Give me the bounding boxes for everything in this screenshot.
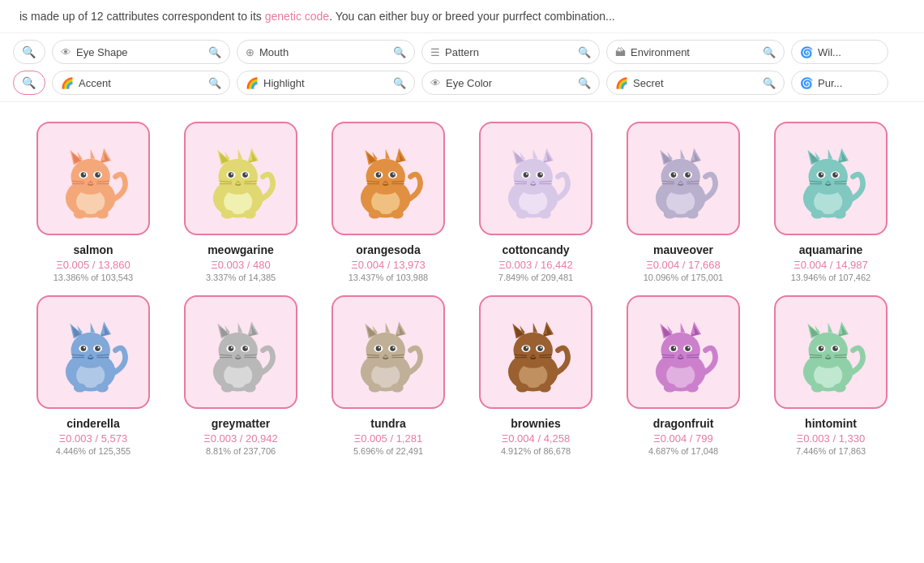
cat-image-box-hintomint xyxy=(774,295,888,409)
cat-stats-cottoncandy: 7.849% of 209,481 xyxy=(498,273,573,282)
cat-stats-greymatter: 8.81% of 237,706 xyxy=(206,446,276,456)
svg-point-232 xyxy=(836,346,837,348)
cat-image-box-cinderella xyxy=(36,295,150,409)
cat-card-aquamarine[interactable]: aquamarineΞ0.004 / 14,98713.946% of 107,… xyxy=(764,122,898,282)
svg-point-12 xyxy=(98,173,100,174)
cat-card-dragonfruit[interactable]: dragonfruitΞ0.004 / 7994.687% of 17,048 xyxy=(616,295,751,456)
cat-card-brownies[interactable]: browniesΞ0.004 / 4,2584.912% of 86,678 xyxy=(468,295,603,456)
cat-card-cinderella[interactable]: cinderellaΞ0.003 / 5,5734.446% of 125,35… xyxy=(26,295,160,456)
filter-mouth-label: Mouth xyxy=(259,46,388,58)
highlight-search-btn[interactable]: 🔍 xyxy=(393,77,406,89)
cat-card-orangesoda[interactable]: orangesodaΞ0.004 / 13,97313.437% of 103,… xyxy=(321,122,456,282)
svg-point-82 xyxy=(661,159,700,195)
cat-name-mauveover: mauveover xyxy=(653,243,713,256)
genetic-link[interactable]: genetic code xyxy=(265,10,329,23)
cat-card-mauveover[interactable]: mauveoverΞ0.004 / 17,66810.096% of 175,0… xyxy=(616,122,751,282)
cat-card-cottoncandy[interactable]: cottoncandyΞ0.003 / 16,4427.849% of 209,… xyxy=(468,122,603,282)
cat-stats-brownies: 4.912% of 86,678 xyxy=(501,446,571,456)
svg-point-189 xyxy=(524,346,529,351)
cat-image-box-mauveover xyxy=(627,122,740,235)
filter-accent[interactable]: 🌈 Accent 🔍 xyxy=(52,71,230,95)
filter-pattern[interactable]: ☰ Pattern 🔍 xyxy=(421,40,600,64)
filter-purr-label: Pur... xyxy=(818,77,879,89)
eye-color-search-btn[interactable]: 🔍 xyxy=(578,77,591,89)
filter-eye-shape-label: Eye Shape xyxy=(76,46,203,58)
eye-shape-search-btn[interactable]: 🔍 xyxy=(208,46,221,58)
svg-point-131 xyxy=(83,346,85,348)
cat-name-hintomint: hintomint xyxy=(805,417,857,430)
wild-icon: 🌀 xyxy=(800,46,813,58)
svg-point-112 xyxy=(836,173,837,174)
standalone-search-2[interactable]: 🔍 xyxy=(13,71,45,95)
cat-name-tundra: tundra xyxy=(370,417,406,430)
svg-point-69 xyxy=(524,172,529,178)
cat-price-salmon: Ξ0.005 / 13,860 xyxy=(56,259,130,271)
svg-point-210 xyxy=(685,346,691,351)
svg-point-142 xyxy=(219,333,258,368)
cat-stats-aquamarine: 13.946% of 107,462 xyxy=(791,273,871,282)
svg-point-198 xyxy=(516,384,528,393)
svg-point-31 xyxy=(231,173,233,174)
svg-point-149 xyxy=(229,346,234,351)
filter-environment[interactable]: 🏔 Environment 🔍 xyxy=(606,40,785,64)
eye-color-icon: 👁 xyxy=(430,77,441,89)
cat-stats-dragonfruit: 4.687% of 17,048 xyxy=(648,446,718,456)
cat-price-aquamarine: Ξ0.004 / 14,987 xyxy=(794,259,868,271)
svg-point-119 xyxy=(833,210,845,219)
secret-search-btn[interactable]: 🔍 xyxy=(763,77,776,89)
pattern-search-btn[interactable]: 🔍 xyxy=(578,46,591,58)
filter-eye-shape[interactable]: 👁 Eye Shape 🔍 xyxy=(52,40,230,64)
svg-point-42 xyxy=(366,159,405,195)
standalone-search-1[interactable]: 🔍 xyxy=(13,40,45,64)
filter-eye-color[interactable]: 👁 Eye Color 🔍 xyxy=(421,71,600,95)
cat-stats-tundra: 5.696% of 22,491 xyxy=(353,446,423,456)
filter-purr[interactable]: 🌀 Pur... xyxy=(791,71,888,95)
cat-card-greymatter[interactable]: greymatterΞ0.003 / 20,9428.81% of 237,70… xyxy=(173,295,308,456)
cat-stats-orangesoda: 13.437% of 103,988 xyxy=(349,273,428,282)
cat-card-tundra[interactable]: tundraΞ0.005 / 1,2815.696% of 22,491 xyxy=(321,295,456,456)
svg-point-192 xyxy=(541,346,542,348)
environment-search-btn[interactable]: 🔍 xyxy=(763,46,776,58)
filter-accent-label: Accent xyxy=(79,77,203,89)
mouth-search-btn[interactable]: 🔍 xyxy=(393,46,406,58)
svg-point-191 xyxy=(526,346,528,348)
svg-point-169 xyxy=(376,346,382,351)
svg-point-38 xyxy=(221,210,233,219)
filter-wild[interactable]: 🌀 Wil... xyxy=(791,40,888,64)
filter-mouth[interactable]: ⊕ Mouth 🔍 xyxy=(237,40,415,64)
svg-point-222 xyxy=(809,333,848,368)
svg-point-172 xyxy=(393,346,395,348)
cat-card-hintomint[interactable]: hintomintΞ0.003 / 1,3307.446% of 17,863 xyxy=(764,295,898,456)
filter-highlight[interactable]: 🌈 Highlight 🔍 xyxy=(237,71,415,95)
cat-stats-hintomint: 7.446% of 17,863 xyxy=(796,446,866,456)
svg-point-199 xyxy=(538,384,550,393)
secret-icon: 🌈 xyxy=(615,77,628,89)
cat-price-brownies: Ξ0.004 / 4,258 xyxy=(502,432,570,445)
svg-point-138 xyxy=(74,384,86,393)
svg-point-2 xyxy=(71,159,110,195)
filter-secret[interactable]: 🌈 Secret 🔍 xyxy=(606,71,785,95)
svg-point-231 xyxy=(821,346,823,348)
cat-name-meowgarine: meowgarine xyxy=(207,243,274,256)
svg-point-10 xyxy=(95,172,101,178)
cat-stats-salmon: 13.386% of 103,543 xyxy=(53,273,133,282)
banner-text-before: is made up of 12 cattributes corresponde… xyxy=(19,10,265,23)
svg-point-70 xyxy=(537,172,543,178)
accent-search-btn[interactable]: 🔍 xyxy=(208,77,221,89)
cat-card-salmon[interactable]: salmonΞ0.005 / 13,86013.386% of 103,543 xyxy=(26,122,160,282)
filter-secret-label: Secret xyxy=(633,77,758,89)
svg-point-178 xyxy=(369,384,381,393)
svg-point-89 xyxy=(671,172,677,178)
svg-point-129 xyxy=(81,346,87,351)
svg-point-50 xyxy=(390,172,396,178)
cat-price-mauveover: Ξ0.004 / 17,668 xyxy=(646,259,721,271)
cat-card-meowgarine[interactable]: meowgarineΞ0.003 / 4803.337% of 14,385 xyxy=(173,122,308,282)
cats-grid: salmonΞ0.005 / 13,86013.386% of 103,543 xyxy=(0,102,924,475)
svg-point-59 xyxy=(391,210,403,219)
svg-point-212 xyxy=(688,346,690,348)
cat-image-box-brownies xyxy=(479,295,592,409)
svg-point-9 xyxy=(81,172,87,178)
svg-point-190 xyxy=(537,346,543,351)
svg-point-32 xyxy=(246,173,247,174)
svg-point-78 xyxy=(516,210,528,219)
